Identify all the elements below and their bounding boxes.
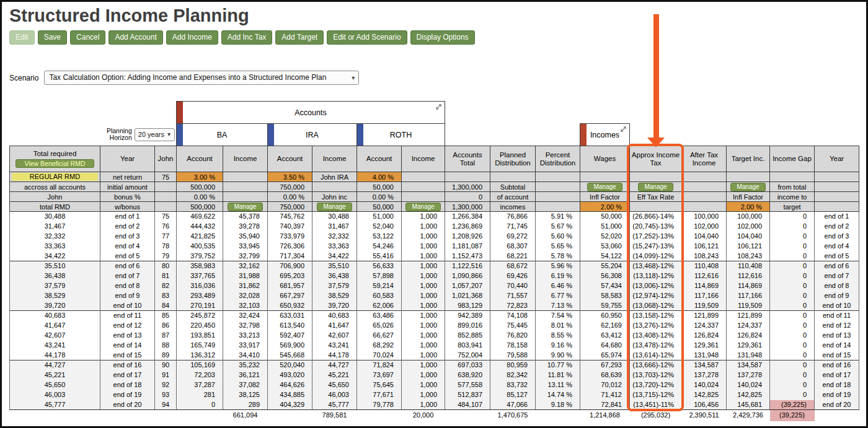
- table-row: 44,727end of 1690105,16935,232520,04044,…: [10, 360, 859, 370]
- manage-button[interactable]: Manage: [405, 203, 440, 211]
- cell: 33,363: [10, 242, 100, 251]
- cell: 140,024: [682, 380, 727, 390]
- manage-button[interactable]: Manage: [587, 183, 622, 191]
- cell: 91: [155, 370, 177, 380]
- subheader-cell: Infl Factor: [580, 192, 630, 202]
- cell: 51,000: [580, 222, 630, 232]
- manage-button[interactable]: Manage: [317, 203, 352, 211]
- scenario-select[interactable]: Tax Calculation Option: Adding Income an…: [44, 71, 359, 85]
- page: Structured Income Planning Edit Save Can…: [0, 0, 868, 428]
- cell: 30,488: [10, 212, 100, 222]
- total-cell: (295,032): [630, 410, 682, 421]
- column-header: Planned Distribution: [490, 146, 536, 172]
- add-inc-tax-button[interactable]: Add Inc Tax: [221, 30, 272, 45]
- cell: 31,467: [10, 222, 100, 232]
- cell: end of 16: [815, 360, 859, 370]
- cell: 35,232: [223, 360, 268, 370]
- cell: 39,278: [223, 222, 268, 232]
- cell: 1,000: [402, 360, 445, 370]
- cell: 358,983: [177, 261, 223, 271]
- cell: end of 9: [100, 291, 155, 301]
- cell: 1,000: [402, 380, 445, 390]
- cell: 73,697: [357, 370, 402, 380]
- cell: 76,866: [490, 212, 536, 222]
- subheader-cell: [630, 202, 682, 212]
- cell: 64,680: [580, 341, 630, 351]
- expand-icon[interactable]: [619, 125, 627, 133]
- cell: 5.67 %: [536, 222, 580, 232]
- cell: 124,337: [727, 321, 770, 331]
- subheader-cell: 1,300,000: [445, 182, 490, 192]
- total-cell: [815, 410, 859, 421]
- subheader-cell: [155, 182, 177, 192]
- manage-button[interactable]: Manage: [638, 183, 673, 191]
- subheader-cell: [630, 172, 682, 182]
- column-header: Income: [402, 146, 445, 172]
- cell: 85,127: [490, 390, 536, 400]
- cell: 30,488: [312, 212, 357, 222]
- edit-or-add-scenario-button[interactable]: Edit or Add Scenario: [327, 30, 407, 45]
- cell: 9.16 %: [536, 341, 580, 351]
- cell: 66,627: [357, 331, 402, 341]
- cell: 137,278: [727, 370, 770, 380]
- cell: end of 14: [100, 341, 155, 351]
- add-income-button[interactable]: Add Income: [166, 30, 218, 45]
- cell: 83: [155, 291, 177, 301]
- subheader-cell: w/bonus: [100, 202, 155, 212]
- table-row: 45,650end of 189237,28737,082464,62645,6…: [10, 380, 859, 390]
- planning-horizon-select[interactable]: 20 years▾: [135, 128, 175, 141]
- edit-button[interactable]: Edit: [9, 30, 35, 45]
- cell: 104,040: [727, 232, 770, 242]
- cell: (13,006)-12%: [630, 281, 682, 291]
- cell: 68,639: [580, 370, 630, 380]
- cell: 121,899: [682, 311, 727, 321]
- cell: 52,020: [580, 232, 630, 242]
- cell: 136,312: [177, 351, 223, 360]
- cell: 35,510: [10, 261, 100, 271]
- total-cell: (39,225): [770, 410, 815, 421]
- manage-button[interactable]: Manage: [730, 183, 765, 191]
- add-account-button[interactable]: Add Account: [108, 30, 162, 45]
- table-row: 34,422end of 579379,75232,799717,30434,4…: [10, 251, 859, 261]
- subheader-cell: John inc: [312, 192, 357, 202]
- cell: 32,424: [223, 311, 268, 321]
- subheader-cell: [682, 172, 727, 182]
- manage-button[interactable]: Manage: [228, 203, 262, 211]
- add-target-button[interactable]: Add Target: [275, 30, 324, 45]
- cell: 75: [155, 212, 177, 222]
- cell: end of 9: [815, 291, 859, 301]
- cell: 102,000: [682, 222, 727, 232]
- account-group-label: IRA: [306, 131, 319, 139]
- cell: end of 1: [815, 212, 859, 222]
- cell: 86: [155, 321, 177, 331]
- view-beneficial-rmd-button[interactable]: View Beneficial RMD: [16, 159, 95, 168]
- subheader-cell: 0: [445, 192, 490, 202]
- cell: end of 6: [815, 261, 859, 271]
- save-button[interactable]: Save: [38, 30, 67, 45]
- cell: 45,221: [312, 370, 357, 380]
- cell: 1,000: [402, 271, 445, 281]
- planning-horizon-wrap: PlanningHorizon20 years▾: [100, 128, 177, 141]
- cell: (13,614)-12%: [630, 351, 682, 360]
- scenario-row: Scenario Tax Calculation Option: Adding …: [9, 71, 866, 85]
- cell: 38,529: [10, 291, 100, 301]
- cell: 5.65 %: [536, 242, 580, 251]
- display-options-button[interactable]: Display Options: [410, 30, 475, 45]
- cell: 59,755: [580, 301, 630, 311]
- cell: 0: [770, 232, 815, 242]
- cell: 745,762: [268, 212, 312, 222]
- cell: 5.60 %: [536, 232, 580, 242]
- cell: 32,162: [223, 261, 268, 271]
- cell: 63,486: [357, 311, 402, 321]
- cell: 0: [770, 261, 815, 271]
- column-header: Target Inc.: [727, 146, 770, 172]
- column-header: Account: [268, 146, 312, 172]
- cell: 121,899: [727, 311, 770, 321]
- cell: 1,000: [402, 301, 445, 311]
- cancel-button[interactable]: Cancel: [70, 30, 105, 45]
- expand-icon[interactable]: [435, 103, 443, 111]
- cell: 45,221: [10, 370, 100, 380]
- cell: 293,489: [177, 291, 223, 301]
- cell: 81: [155, 271, 177, 281]
- cell: 35,510: [312, 261, 357, 271]
